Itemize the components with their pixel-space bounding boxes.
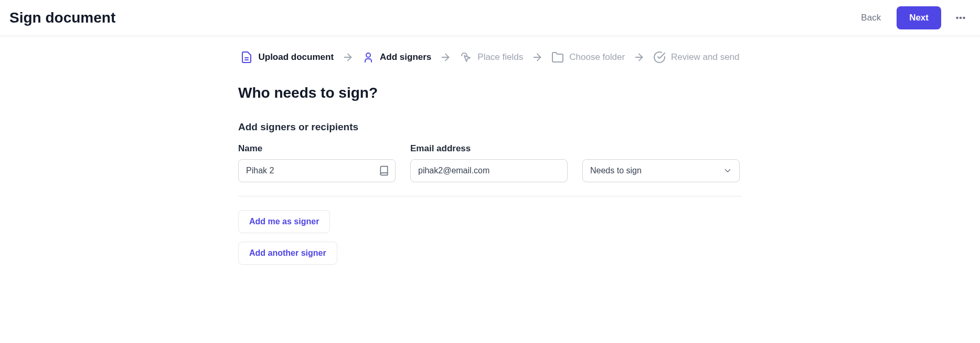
contacts-icon[interactable] (379, 165, 389, 176)
action-buttons: Add me as signer Add another signer (238, 210, 742, 273)
section-heading: Who needs to sign? (238, 85, 742, 101)
next-button[interactable]: Next (897, 6, 941, 29)
step-choose-folder[interactable]: Choose folder (551, 51, 625, 64)
step-label: Add signers (380, 52, 431, 63)
back-button[interactable]: Back (855, 8, 887, 27)
page-title: Sign document (9, 9, 115, 26)
step-place-fields[interactable]: Place fields (460, 51, 523, 64)
folder-icon (551, 51, 564, 64)
email-input[interactable] (410, 159, 568, 182)
main-content: Who needs to sign? Add signers or recipi… (238, 74, 742, 294)
name-group: Name (238, 143, 396, 182)
svg-point-2 (963, 17, 965, 19)
email-label: Email address (410, 143, 568, 154)
page-header: Sign document Back Next (0, 0, 980, 36)
cursor-click-icon (460, 51, 472, 64)
step-label: Upload document (258, 52, 334, 63)
more-options-button[interactable] (951, 8, 971, 28)
arrow-right-icon (633, 51, 645, 63)
step-review-send[interactable]: Review and send (653, 51, 739, 64)
more-horizontal-icon (955, 12, 966, 24)
role-group: Needs to sign (582, 159, 740, 182)
check-circle-icon (653, 51, 666, 64)
step-add-signers[interactable]: Add signers (362, 51, 431, 64)
add-me-as-signer-button[interactable]: Add me as signer (238, 210, 330, 233)
step-label: Place fields (477, 52, 523, 63)
name-input[interactable] (238, 159, 396, 182)
name-input-wrap (238, 159, 396, 182)
progress-stepper: Upload document Add signers Place fi (154, 36, 826, 74)
arrow-right-icon (531, 51, 543, 63)
role-select-wrap: Needs to sign (582, 159, 740, 182)
add-another-signer-button[interactable]: Add another signer (238, 242, 337, 265)
step-label: Choose folder (569, 52, 625, 63)
person-icon (362, 51, 375, 64)
role-select[interactable]: Needs to sign (582, 159, 740, 182)
header-actions: Back Next (855, 6, 971, 29)
svg-point-1 (960, 17, 962, 19)
name-label: Name (238, 143, 396, 154)
arrow-right-icon (440, 51, 451, 63)
document-icon (240, 51, 253, 64)
svg-point-6 (366, 53, 370, 57)
signer-row: Name Email address Needs to sign (238, 143, 742, 196)
subsection-heading: Add signers or recipients (238, 121, 742, 133)
email-group: Email address (410, 143, 568, 182)
step-label: Review and send (671, 52, 739, 63)
arrow-right-icon (342, 51, 354, 63)
svg-point-0 (956, 17, 958, 19)
step-upload-document[interactable]: Upload document (240, 51, 334, 64)
